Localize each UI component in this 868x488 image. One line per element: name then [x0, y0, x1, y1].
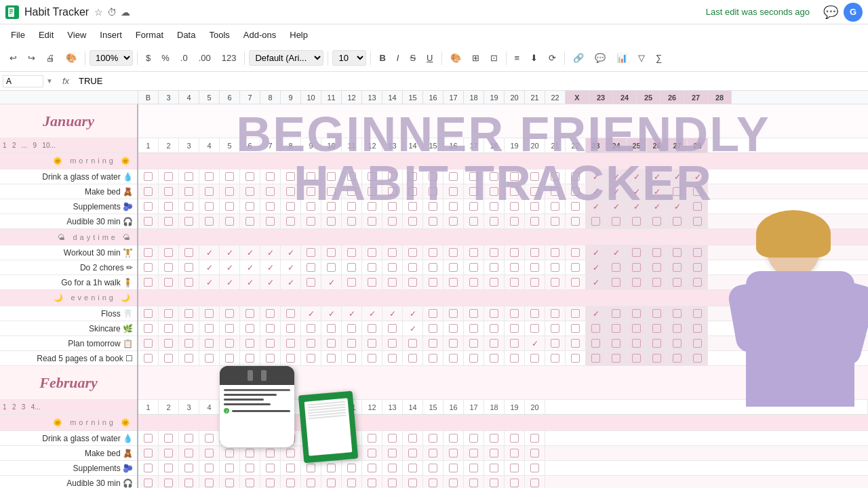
cell-row-jan-plan-day9[interactable]: [301, 336, 321, 350]
checkbox-row-feb-supplements-day9[interactable]: [307, 464, 315, 472]
cell-row-feb-supplements-day18[interactable]: [484, 461, 505, 475]
cell-row-jan-walk-day24[interactable]: [606, 275, 627, 289]
checkbox-row-jan-audible-day17[interactable]: [469, 217, 478, 226]
dropdown-arrow-icon[interactable]: ▼: [46, 77, 53, 85]
cell-row-feb-makebed-day19[interactable]: [505, 446, 525, 460]
cell-row-feb-water-day18[interactable]: [484, 431, 505, 445]
cell-row-jan-plan-day14[interactable]: [403, 336, 423, 350]
cell-row-feb-audible-day9[interactable]: [301, 476, 321, 488]
checkbox-row-jan-read-day25[interactable]: [632, 354, 641, 363]
checkbox-row-jan-floss-day22[interactable]: [571, 309, 580, 318]
checkbox-row-jan-floss-day18[interactable]: [490, 309, 498, 318]
cell-row-jan-floss-day3[interactable]: [179, 306, 199, 321]
checkbox-row-jan-skincare-day4[interactable]: [205, 324, 214, 333]
cell-row-jan-water-day23[interactable]: ✓: [586, 169, 606, 184]
checkbox-row-jan-water-day8[interactable]: [286, 172, 295, 181]
cell-row-feb-water-day12[interactable]: [362, 431, 382, 445]
checkbox-row-jan-walk-day15[interactable]: [429, 278, 437, 287]
checkbox-row-jan-skincare-day12[interactable]: [368, 324, 376, 333]
checkbox-row-feb-makebed-day20[interactable]: [530, 449, 539, 458]
cell-row-jan-water-day16[interactable]: [443, 169, 464, 184]
checkbox-row-feb-audible-day3[interactable]: [184, 479, 193, 487]
checkbox-row-jan-audible-day21[interactable]: [551, 217, 559, 226]
cell-row-jan-makebed-day5[interactable]: [220, 184, 240, 199]
italic-button[interactable]: I: [393, 52, 403, 64]
text-rotate-button[interactable]: ⟳: [545, 52, 560, 64]
cell-row-jan-walk-day8[interactable]: ✓: [281, 275, 301, 289]
checkbox-row-jan-supplements-day12[interactable]: [368, 202, 376, 211]
day-13[interactable]: 13: [382, 138, 403, 152]
cell-row-jan-chores-day6[interactable]: ✓: [240, 260, 260, 274]
checkbox-row-feb-supplements-day2[interactable]: [164, 464, 173, 472]
checkbox-row-feb-water-day14[interactable]: [408, 434, 417, 443]
checkbox-row-jan-walk-day19[interactable]: [510, 278, 519, 287]
checkbox-row-jan-read-day5[interactable]: [225, 354, 234, 363]
checkbox-row-jan-makebed-day11[interactable]: [347, 187, 356, 196]
decimal-decrease-button[interactable]: .0: [176, 52, 192, 64]
feb-day-10[interactable]: 10: [321, 400, 342, 414]
cell-row-jan-supplements-day19[interactable]: [505, 199, 525, 214]
cell-row-jan-workout-day23[interactable]: ✓: [586, 245, 606, 260]
cell-row-jan-read-day6[interactable]: [240, 351, 260, 365]
checkbox-row-jan-workout-day17[interactable]: [469, 248, 478, 257]
checkbox-row-feb-water-day7[interactable]: [266, 434, 275, 443]
cell-row-jan-walk-day6[interactable]: ✓: [240, 275, 260, 289]
checkbox-row-jan-chores-day1[interactable]: [144, 263, 153, 272]
cell-row-jan-supplements-day17[interactable]: [464, 199, 484, 214]
cell-row-jan-walk-day22[interactable]: [566, 275, 586, 289]
cell-row-jan-makebed-day11[interactable]: [342, 184, 362, 199]
cell-row-jan-read-day28[interactable]: [688, 351, 708, 365]
checkbox-row-feb-supplements-day3[interactable]: [184, 464, 193, 472]
cell-row-jan-read-day17[interactable]: [464, 351, 484, 365]
cell-row-feb-water-day1[interactable]: [138, 431, 159, 445]
col-header-17[interactable]: 17: [443, 91, 464, 104]
cell-row-jan-makebed-day10[interactable]: [321, 184, 342, 199]
checkbox-row-jan-water-day9[interactable]: [307, 172, 315, 181]
cell-row-jan-chores-day9[interactable]: [301, 260, 321, 274]
checkbox-row-jan-read-day13[interactable]: [388, 354, 397, 363]
col-header-20[interactable]: 20: [505, 91, 525, 104]
checkbox-row-feb-supplements-day12[interactable]: [368, 464, 376, 472]
cell-row-feb-supplements-day17[interactable]: [464, 461, 484, 475]
cell-row-jan-water-day5[interactable]: [220, 169, 240, 184]
checkbox-row-jan-workout-day28[interactable]: [693, 248, 702, 257]
cell-row-jan-walk-day15[interactable]: [423, 275, 443, 289]
checkbox-row-jan-audible-day10[interactable]: [327, 217, 336, 226]
checkbox-row-jan-walk-day17[interactable]: [469, 278, 478, 287]
cell-row-jan-plan-day15[interactable]: [423, 336, 443, 350]
feb-day-14[interactable]: 14: [403, 400, 423, 414]
checkbox-row-feb-makebed-day3[interactable]: [184, 449, 193, 458]
checkbox-row-jan-plan-day22[interactable]: [571, 339, 580, 348]
cell-row-jan-supplements-day9[interactable]: [301, 199, 321, 214]
checkbox-row-jan-makebed-day22[interactable]: [571, 187, 580, 196]
day-22[interactable]: 22: [566, 138, 586, 152]
checkbox-row-jan-audible-day13[interactable]: [388, 217, 397, 226]
checkbox-row-jan-water-day15[interactable]: [429, 172, 437, 181]
cell-row-jan-plan-day1[interactable]: [138, 336, 159, 350]
cell-row-feb-audible-day10[interactable]: [321, 476, 342, 488]
checkbox-row-jan-workout-day13[interactable]: [388, 248, 397, 257]
checkbox-row-jan-plan-day28[interactable]: [693, 339, 702, 348]
cell-row-jan-read-day8[interactable]: [281, 351, 301, 365]
checkbox-row-jan-supplements-day5[interactable]: [225, 202, 234, 211]
cell-row-jan-makebed-day15[interactable]: [423, 184, 443, 199]
cell-row-feb-supplements-day13[interactable]: [382, 461, 403, 475]
cell-row-jan-walk-day14[interactable]: [403, 275, 423, 289]
checkbox-row-jan-read-day24[interactable]: [612, 354, 620, 363]
cell-row-jan-audible-day15[interactable]: [423, 214, 443, 228]
cell-row-jan-chores-day15[interactable]: [423, 260, 443, 274]
checkbox-row-jan-chores-day26[interactable]: [652, 263, 661, 272]
cell-row-jan-read-day14[interactable]: [403, 351, 423, 365]
checkbox-row-feb-audible-day7[interactable]: [266, 479, 275, 487]
cell-row-jan-makebed-day26[interactable]: ✓: [647, 184, 667, 199]
cell-row-feb-water-day20[interactable]: [525, 431, 545, 445]
cell-row-feb-makebed-day6[interactable]: [240, 446, 260, 460]
cell-row-jan-plan-day20[interactable]: ✓: [525, 336, 545, 350]
checkbox-row-feb-makebed-day14[interactable]: [408, 449, 417, 458]
cell-row-jan-supplements-day13[interactable]: [382, 199, 403, 214]
star-icon[interactable]: ☆: [94, 7, 103, 18]
cell-row-feb-water-day15[interactable]: [423, 431, 443, 445]
cell-row-jan-audible-day20[interactable]: [525, 214, 545, 228]
cell-row-jan-skincare-day4[interactable]: [199, 321, 220, 336]
checkbox-row-jan-workout-day26[interactable]: [652, 248, 661, 257]
